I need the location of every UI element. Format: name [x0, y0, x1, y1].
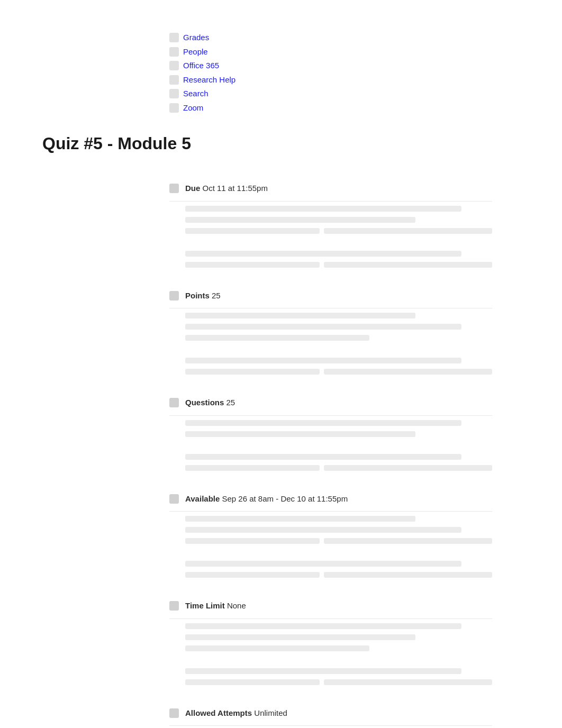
skeleton-line: [185, 561, 461, 567]
detail-content-allowed-attempts: Allowed Attempts Unlimited: [185, 707, 492, 720]
skeleton-line: [185, 324, 461, 330]
nav-list: GradesPeopleOffice 365Research HelpSearc…: [42, 32, 562, 114]
detail-row-time-limit: Time Limit None: [169, 590, 492, 619]
skeleton-line: [185, 538, 320, 544]
skeleton-line: [185, 228, 320, 234]
nav-bullet: [169, 47, 179, 57]
nav-link-zoom[interactable]: Zoom: [183, 102, 203, 114]
skeleton-top-allowed-attempts: [169, 664, 492, 698]
skeleton-line: [185, 206, 461, 212]
skeleton-line: [185, 431, 415, 437]
detail-label-due: Due: [185, 184, 200, 193]
skeleton-bottom-questions: [169, 416, 492, 450]
skeleton-line: [185, 251, 461, 257]
skeleton-line: [185, 454, 461, 460]
detail-label-available: Available: [185, 494, 220, 503]
nav-link-grades[interactable]: Grades: [183, 32, 209, 44]
nav-item-grades: Grades: [169, 32, 562, 44]
skeleton-top-time-limit: [169, 557, 492, 590]
detail-content-points: Points 25: [185, 290, 492, 302]
skeleton-bottom-time-limit: [169, 619, 492, 664]
skeleton-line: [185, 369, 320, 375]
skeleton-line: [185, 465, 320, 471]
skeleton-line: [185, 634, 415, 640]
skeleton-bottom-points: [169, 308, 492, 353]
skeleton-line: [185, 516, 415, 522]
detail-row-questions: Questions 25: [169, 387, 492, 416]
detail-row-allowed-attempts: Allowed Attempts Unlimited: [169, 698, 492, 726]
skeleton-line: [185, 335, 369, 341]
skeleton-line: [185, 572, 320, 578]
detail-label-questions: Questions: [185, 398, 224, 407]
detail-content-questions: Questions 25: [185, 397, 492, 409]
skeleton-line: [324, 369, 492, 375]
skeleton-line: [185, 679, 320, 685]
detail-label-points: Points: [185, 291, 210, 300]
skeleton-bottom-due: [169, 202, 492, 247]
nav-link-office-365[interactable]: Office 365: [183, 60, 219, 72]
detail-content-due: Due Oct 11 at 11:55pm: [185, 183, 492, 195]
skeleton-bottom-available: [169, 512, 492, 557]
nav-bullet: [169, 61, 179, 70]
detail-row-due: Due Oct 11 at 11:55pm: [169, 173, 492, 202]
skeleton-top-questions: [169, 353, 492, 387]
skeleton-top-available: [169, 450, 492, 484]
quiz-title: Quiz #5 - Module 5: [42, 131, 562, 156]
nav-bullet: [169, 103, 179, 113]
nav-item-people: People: [169, 46, 562, 58]
skeleton-line: [324, 262, 492, 268]
skeleton-line: [185, 262, 320, 268]
skeleton-line: [185, 668, 461, 674]
detail-content-available: Available Sep 26 at 8am - Dec 10 at 11:5…: [185, 493, 492, 505]
detail-row-points: Points 25: [169, 280, 492, 309]
skeleton-line: [185, 623, 461, 629]
detail-row-available: Available Sep 26 at 8am - Dec 10 at 11:5…: [169, 484, 492, 512]
skeleton-line: [185, 420, 461, 426]
nav-link-search[interactable]: Search: [183, 88, 209, 100]
skeleton-line: [324, 679, 492, 685]
skeleton-line: [185, 645, 369, 651]
skeleton-line: [324, 465, 492, 471]
nav-bullet: [169, 75, 179, 85]
nav-bullet: [169, 89, 179, 98]
detail-label-time-limit: Time Limit: [185, 601, 225, 610]
skeleton-line: [185, 217, 415, 223]
nav-bullet: [169, 33, 179, 42]
skeleton-line: [185, 313, 415, 319]
page-wrapper: GradesPeopleOffice 365Research HelpSearc…: [0, 0, 562, 728]
skeleton-top-points: [169, 247, 492, 280]
skeleton-line: [324, 572, 492, 578]
skeleton-line: [324, 538, 492, 544]
skeleton-line: [324, 228, 492, 234]
nav-item-research-help: Research Help: [169, 74, 562, 86]
nav-link-research-help[interactable]: Research Help: [183, 74, 235, 86]
details-section: Due Oct 11 at 11:55pmPoints 25Questions …: [42, 173, 492, 728]
nav-item-search: Search: [169, 88, 562, 100]
nav-link-people[interactable]: People: [183, 46, 208, 58]
skeleton-bottom-allowed-attempts: [169, 726, 492, 728]
nav-item-office-365: Office 365: [169, 60, 562, 72]
detail-content-time-limit: Time Limit None: [185, 600, 492, 612]
skeleton-line: [185, 527, 461, 533]
nav-item-zoom: Zoom: [169, 102, 562, 114]
skeleton-line: [185, 358, 461, 363]
detail-label-allowed-attempts: Allowed Attempts: [185, 708, 252, 717]
